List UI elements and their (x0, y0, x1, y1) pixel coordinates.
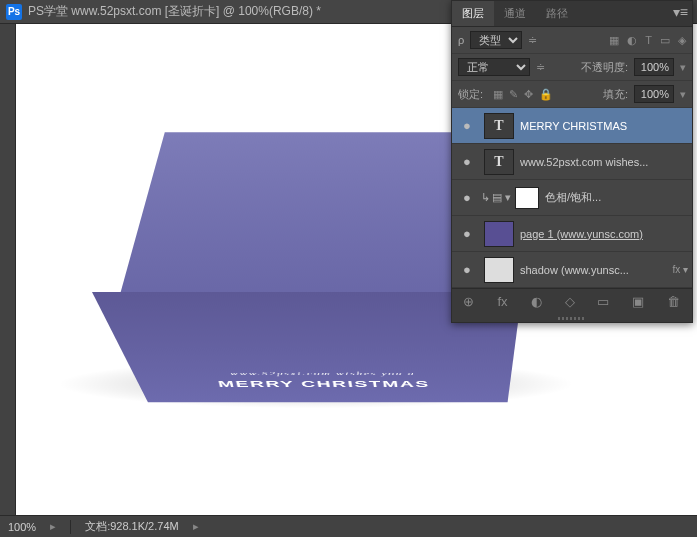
layer-row[interactable]: ● page 1 (www.yunsc.com) (452, 216, 692, 252)
visibility-toggle-icon[interactable]: ● (456, 190, 478, 205)
lock-label: 锁定: (458, 87, 483, 102)
filter-type-select[interactable]: 类型 (470, 31, 522, 49)
layer-row[interactable]: ● ↳ ▤▾ 色相/饱和... (452, 180, 692, 216)
layer-thumbnail (484, 221, 514, 247)
divider (70, 520, 71, 534)
doc-info[interactable]: 文档:928.1K/2.74M (85, 519, 179, 534)
visibility-toggle-icon[interactable]: ● (456, 226, 478, 241)
filter-shape-icon[interactable]: ▭ (660, 34, 670, 47)
opacity-label: 不透明度: (581, 60, 628, 75)
visibility-toggle-icon[interactable]: ● (456, 118, 478, 133)
layer-fx-indicator[interactable]: fx ▾ (672, 264, 688, 275)
layer-mask-icon[interactable]: ◐ (531, 294, 542, 309)
layer-name[interactable]: MERRY CHRISTMAS (520, 120, 688, 132)
opacity-input[interactable] (634, 58, 674, 76)
clip-indicator-icon: ↳ (478, 191, 492, 204)
layers-list: ● T MERRY CHRISTMAS ● T www.52psxt.com w… (452, 108, 692, 288)
lock-transparent-icon[interactable]: ▦ (493, 88, 503, 101)
fill-scrub-icon[interactable]: ▾ (680, 88, 686, 101)
zoom-arrow-icon[interactable]: ▸ (50, 520, 56, 533)
fill-input[interactable] (634, 85, 674, 103)
lock-fill-row: 锁定: ▦ ✎ ✥ 🔒 填充: ▾ (452, 81, 692, 108)
filter-search-icon[interactable]: ρ (458, 34, 464, 46)
card-back-panel (116, 132, 496, 309)
adjustment-layer-icon[interactable]: ◇ (565, 294, 575, 309)
layer-name[interactable]: shadow (www.yunsc... (520, 264, 668, 276)
new-layer-icon[interactable]: ▣ (632, 294, 644, 309)
layer-row[interactable]: ● T MERRY CHRISTMAS (452, 108, 692, 144)
layer-name[interactable]: www.52psxt.com wishes... (520, 156, 688, 168)
panel-resize-grip[interactable] (452, 314, 692, 322)
layer-row[interactable]: ● T www.52psxt.com wishes... (452, 144, 692, 180)
lock-all-icon[interactable]: 🔒 (539, 88, 553, 101)
ruler-vertical (0, 24, 16, 515)
layers-panel-footer: ⊕ fx ◐ ◇ ▭ ▣ 🗑 (452, 288, 692, 314)
tab-channels[interactable]: 通道 (494, 1, 536, 26)
lock-position-icon[interactable]: ✥ (524, 88, 533, 101)
delete-layer-icon[interactable]: 🗑 (667, 294, 680, 309)
lock-icons: ▦ ✎ ✥ 🔒 (493, 88, 553, 101)
opacity-scrub-icon[interactable]: ▾ (680, 61, 686, 74)
layer-thumbnail (484, 257, 514, 283)
fill-label: 填充: (603, 87, 628, 102)
filter-smart-icon[interactable]: ◈ (678, 34, 686, 47)
new-group-icon[interactable]: ▭ (597, 294, 609, 309)
lock-pixels-icon[interactable]: ✎ (509, 88, 518, 101)
zoom-level[interactable]: 100% (8, 521, 36, 533)
app-icon: Ps (6, 4, 22, 20)
blend-opacity-row: 正常 ≑ 不透明度: ▾ (452, 54, 692, 81)
layer-name[interactable]: 色相/饱和... (545, 190, 688, 205)
tab-layers[interactable]: 图层 (452, 1, 494, 26)
visibility-toggle-icon[interactable]: ● (456, 154, 478, 169)
blend-mode-select[interactable]: 正常 (458, 58, 530, 76)
filter-adjustment-icon[interactable]: ◐ (627, 34, 637, 47)
card-subtitle-text: www.52psxt.com wishes you a (229, 370, 416, 376)
doc-info-arrow-icon[interactable]: ▸ (193, 520, 199, 533)
card-title-text: MERRY CHRISTMAS (217, 379, 431, 389)
layers-panel: 图层 通道 路径 ▾≡ ρ 类型 ≑ ▦ ◐ T ▭ ◈ 正常 ≑ 不透明度: … (451, 0, 693, 323)
link-layers-icon[interactable]: ⊕ (463, 294, 474, 309)
layer-thumbnail-text-icon: T (484, 113, 514, 139)
tab-paths[interactable]: 路径 (536, 1, 578, 26)
visibility-toggle-icon[interactable]: ● (456, 262, 478, 277)
adjustment-settings-icon[interactable]: ▤▾ (492, 191, 511, 204)
panel-menu-icon[interactable]: ▾≡ (673, 4, 688, 20)
layer-style-icon[interactable]: fx (497, 294, 507, 309)
layer-filter-row: ρ 类型 ≑ ▦ ◐ T ▭ ◈ (452, 27, 692, 54)
layer-row[interactable]: ● shadow (www.yunsc... fx ▾ (452, 252, 692, 288)
filter-icons: ▦ ◐ T ▭ ◈ (609, 34, 686, 47)
layer-thumbnail-text-icon: T (484, 149, 514, 175)
filter-pixel-icon[interactable]: ▦ (609, 34, 619, 47)
panel-tabs: 图层 通道 路径 ▾≡ (452, 1, 692, 27)
filter-type-icon[interactable]: T (645, 34, 652, 47)
layer-name[interactable]: page 1 (www.yunsc.com) (520, 228, 688, 240)
status-bar: 100% ▸ 文档:928.1K/2.74M ▸ (0, 515, 697, 537)
layer-mask-thumbnail[interactable] (515, 187, 539, 209)
document-title: PS学堂 www.52psxt.com [圣诞折卡] @ 100%(RGB/8)… (28, 3, 321, 20)
